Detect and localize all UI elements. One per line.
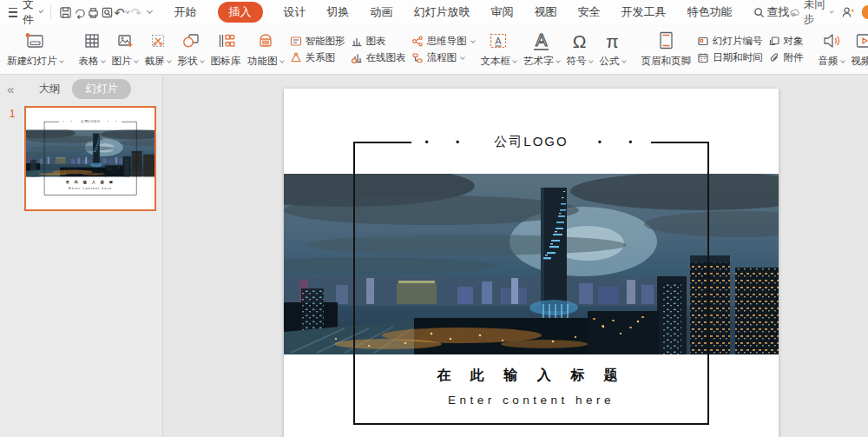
- slide-number-label: 1: [0, 106, 24, 211]
- tab-security[interactable]: 安全: [578, 4, 601, 20]
- attachment-label: 附件: [784, 51, 804, 64]
- company-logo-text: 公司LOGO: [81, 120, 100, 124]
- shapes-icon: [181, 30, 201, 52]
- mindmap-label: 思维导图: [427, 35, 467, 48]
- tab-design[interactable]: 设计: [284, 4, 306, 20]
- flowchart-icon: [411, 52, 424, 63]
- tab-slides[interactable]: 幻灯片: [72, 79, 131, 99]
- tab-review[interactable]: 审阅: [491, 4, 514, 20]
- slide-subtitle-text[interactable]: Enter content here: [284, 394, 779, 407]
- main-menu-icon[interactable]: [9, 8, 17, 17]
- slide-thumbnail-row: 1 • • 公司LOGO • •: [0, 106, 162, 211]
- tab-view[interactable]: 视图: [535, 4, 557, 20]
- save-button[interactable]: [59, 3, 73, 22]
- symbol-label: 符号: [567, 55, 587, 68]
- tab-devtools[interactable]: 开发工具: [621, 4, 667, 20]
- mindmap-icon: [411, 36, 424, 47]
- smart-graphic-button[interactable]: 智能图形: [290, 35, 345, 48]
- tab-outline[interactable]: 大纲: [38, 82, 60, 96]
- header-footer-icon: [656, 30, 675, 52]
- slide-canvas[interactable]: • • 公司LOGO • • 在 此 输 入 标 题 Enter content…: [284, 89, 779, 437]
- flowchart-label: 流程图: [427, 51, 457, 64]
- symbol-omega-icon: Ω: [573, 30, 587, 52]
- membership-button-partial[interactable]: [862, 5, 868, 19]
- picture-label: 图片: [112, 55, 132, 68]
- relation-diagram-icon: [290, 52, 302, 63]
- slide-editor-workspace[interactable]: • • 公司LOGO • • 在 此 输 入 标 题 Enter content…: [163, 75, 868, 437]
- find-button[interactable]: 查找: [753, 4, 790, 20]
- header-footer-button[interactable]: 页眉和页脚: [638, 27, 695, 72]
- redo-icon: ↷: [130, 6, 141, 19]
- screenshot-button[interactable]: 截屏: [141, 27, 174, 72]
- chart-button[interactable]: 图表: [351, 35, 406, 48]
- new-slide-label: 新建幻灯片: [7, 55, 57, 68]
- icon-library-button[interactable]: 图标库: [207, 27, 245, 72]
- datetime-button[interactable]: 日期和时间: [697, 51, 763, 64]
- chart-label: 图表: [366, 35, 386, 48]
- svg-text:A: A: [496, 36, 503, 46]
- audio-button[interactable]: 音频: [815, 27, 848, 72]
- datetime-icon: [697, 52, 709, 63]
- diagram-group-3: 思维导图 流程图: [409, 27, 477, 72]
- tab-insert[interactable]: 插入: [218, 2, 263, 23]
- video-icon: [854, 30, 868, 52]
- chevron-down-icon: [134, 58, 139, 63]
- tab-home[interactable]: 开始: [174, 4, 197, 20]
- function-diagram-label: 功能图: [247, 55, 278, 68]
- chevron-down-icon: [147, 8, 153, 14]
- online-chart-label: 在线图表: [366, 51, 406, 64]
- slide-number-button[interactable]: 幻灯片编号: [697, 35, 763, 48]
- chevron-down-icon: [840, 58, 845, 63]
- relation-diagram-button[interactable]: 关系图: [290, 51, 345, 64]
- slide-title-text[interactable]: 在 此 输 入 标 题: [284, 367, 779, 385]
- undo-icon: ↶: [114, 6, 125, 19]
- chevron-down-icon: [101, 58, 106, 63]
- mindmap-button[interactable]: 思维导图: [411, 35, 475, 48]
- company-logo-text[interactable]: 公司LOGO: [494, 134, 568, 150]
- slide-title-text: 在 此 输 入 标 题: [26, 180, 155, 184]
- shapes-button[interactable]: 形状: [174, 27, 207, 72]
- export-pdf-button[interactable]: [73, 3, 87, 22]
- print-button[interactable]: [86, 3, 100, 22]
- print-preview-button[interactable]: [100, 3, 114, 22]
- tab-special-features[interactable]: 特色功能: [687, 4, 733, 20]
- video-button[interactable]: 视频: [848, 27, 868, 72]
- person-add-icon: [841, 6, 854, 18]
- symbol-button[interactable]: Ω 符号: [563, 27, 596, 72]
- slide-panel: « 大纲 幻灯片 1 • •: [0, 75, 163, 437]
- formula-button[interactable]: π 公式: [596, 27, 629, 72]
- object-button[interactable]: 对象: [768, 35, 804, 48]
- picture-button[interactable]: 图片: [108, 27, 141, 72]
- chevron-down-icon: [167, 58, 172, 63]
- table-button[interactable]: 表格: [76, 27, 108, 72]
- object-attach-group: 对象 附件: [766, 27, 806, 72]
- redo-button[interactable]: ↷: [129, 3, 143, 22]
- screenshot-label: 截屏: [145, 55, 165, 68]
- wordart-icon: A: [534, 30, 549, 52]
- thumbnail-slide-preview: • • 公司LOGO • • 在 此 输 入 标 题 Enter content…: [26, 108, 155, 204]
- slide-1-thumbnail[interactable]: • • 公司LOGO • • 在 此 输 入 标 题 Enter content…: [24, 106, 156, 211]
- online-chart-button[interactable]: 在线图表: [351, 51, 406, 64]
- textbox-button[interactable]: A 文本框: [477, 27, 521, 72]
- diagram-group-1: 智能图形 关系图: [287, 27, 348, 72]
- export-icon: [73, 6, 86, 19]
- undo-button[interactable]: ↶: [114, 3, 129, 22]
- tab-animation[interactable]: 动画: [371, 4, 393, 20]
- audio-label: 音频: [819, 55, 838, 68]
- invite-collaborator-button[interactable]: [839, 3, 855, 22]
- insert-ribbon: 新建幻灯片 表格 图片: [0, 24, 868, 75]
- customize-toolbar-button[interactable]: [143, 3, 157, 22]
- diagram-group-2: 图表 在线图表: [348, 27, 409, 72]
- attachment-button[interactable]: 附件: [768, 51, 804, 64]
- find-label: 查找: [767, 4, 790, 20]
- tab-slideshow[interactable]: 幻灯片放映: [414, 4, 470, 20]
- flowchart-button[interactable]: 流程图: [411, 51, 475, 64]
- wordart-button[interactable]: A 艺术字: [520, 27, 563, 72]
- collapse-panel-button[interactable]: «: [7, 82, 14, 96]
- topbar-right-cluster: 未同步: [790, 0, 864, 27]
- tab-transitions[interactable]: 切换: [327, 4, 350, 20]
- sync-status-button[interactable]: 未同步: [790, 0, 834, 27]
- function-diagram-button[interactable]: 功能图: [244, 27, 287, 72]
- chart-icon: [351, 36, 363, 47]
- new-slide-button[interactable]: 新建幻灯片: [3, 27, 67, 72]
